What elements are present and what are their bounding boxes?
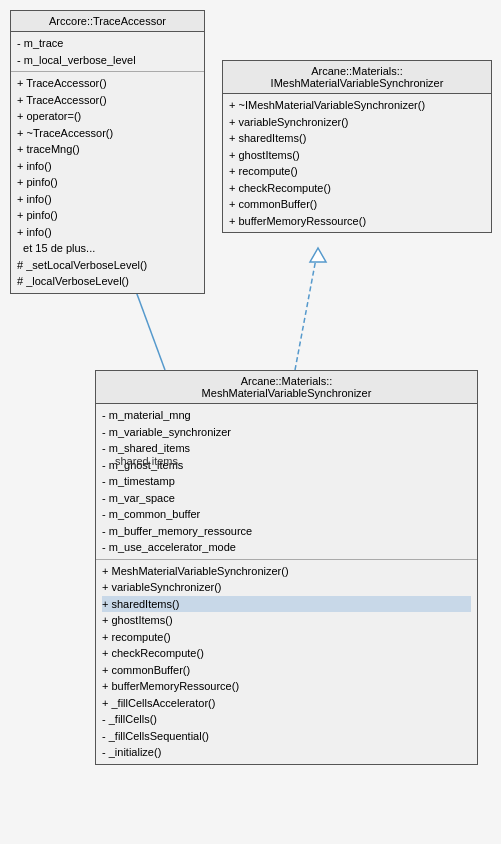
imesh-sync-header: Arcane::Materials::IMeshMaterialVariable… [223,61,491,94]
svg-line-2 [295,248,318,370]
mesh-field-common-buffer: m_common_buffer [102,506,471,523]
mesh-sync-title: Arcane::Materials::MeshMaterialVariableS… [202,375,372,399]
method-operator: operator=() [17,108,198,125]
svg-marker-3 [310,248,326,262]
trace-accessor-header: Arccore::TraceAccessor [11,11,204,32]
mesh-method-fill-cells: _fillCells() [102,711,471,728]
imesh-method-ghost-items: ghostItems() [229,147,485,164]
mesh-method-fill-accelerator: _fillCellsAccelerator() [102,695,471,712]
mesh-sync-box: Arcane::Materials::MeshMaterialVariableS… [95,370,478,765]
trace-accessor-box: Arccore::TraceAccessor m_trace m_local_v… [10,10,205,294]
imesh-method-shared-items: sharedItems() [229,130,485,147]
imesh-sync-methods: ~IMeshMaterialVariableSynchronizer() var… [223,94,491,232]
imesh-sync-box: Arcane::Materials::IMeshMaterialVariable… [222,60,492,233]
method-local-verbose: _localVerboseLevel() [17,273,198,290]
mesh-method-initialize: _initialize() [102,744,471,761]
imesh-method-dtor: ~IMeshMaterialVariableSynchronizer() [229,97,485,114]
imesh-method-buffer-memory: bufferMemoryRessource() [229,213,485,230]
mesh-method-ghost-items: ghostItems() [102,612,471,629]
shared-items-label: shared items [115,455,178,467]
mesh-method-buffer-memory: bufferMemoryRessource() [102,678,471,695]
mesh-field-timestamp: m_timestamp [102,473,471,490]
method-pinfo-1: pinfo() [17,174,198,191]
imesh-method-recompute: recompute() [229,163,485,180]
method-trace-accessor-1: TraceAccessor() [17,75,198,92]
mesh-field-material-mng: m_material_mng [102,407,471,424]
mesh-method-shared-items: sharedItems() [102,596,471,613]
method-info-1: info() [17,158,198,175]
method-trace-mng: traceMng() [17,141,198,158]
diagram-container: Arccore::TraceAccessor m_trace m_local_v… [0,0,501,844]
method-dtrace-accessor: ~TraceAccessor() [17,125,198,142]
imesh-sync-title: Arcane::Materials::IMeshMaterialVariable… [271,65,444,89]
trace-accessor-title: Arccore::TraceAccessor [49,15,166,27]
mesh-method-common-buffer: commonBuffer() [102,662,471,679]
mesh-method-recompute: recompute() [102,629,471,646]
field-m-local-verbose: m_local_verbose_level [17,52,198,69]
trace-accessor-fields: m_trace m_local_verbose_level [11,32,204,72]
method-pinfo-2: pinfo() [17,207,198,224]
field-m-trace: m_trace [17,35,198,52]
mesh-field-accelerator: m_use_accelerator_mode [102,539,471,556]
method-trace-accessor-2: TraceAccessor() [17,92,198,109]
mesh-sync-fields: m_material_mng m_variable_synchronizer m… [96,404,477,560]
imesh-method-check-recompute: checkRecompute() [229,180,485,197]
mesh-sync-header: Arcane::Materials::MeshMaterialVariableS… [96,371,477,404]
mesh-method-check-recompute: checkRecompute() [102,645,471,662]
mesh-method-fill-seq: _fillCellsSequential() [102,728,471,745]
mesh-method-ctor: MeshMaterialVariableSynchronizer() [102,563,471,580]
mesh-sync-methods: MeshMaterialVariableSynchronizer() varia… [96,560,477,764]
imesh-method-var-sync: variableSynchronizer() [229,114,485,131]
method-info-3: info() [17,224,198,241]
imesh-method-common-buffer: commonBuffer() [229,196,485,213]
trace-accessor-methods: TraceAccessor() TraceAccessor() operator… [11,72,204,293]
method-info-2: info() [17,191,198,208]
mesh-method-var-sync: variableSynchronizer() [102,579,471,596]
method-set-local-verbose: _setLocalVerboseLevel() [17,257,198,274]
mesh-field-var-sync: m_variable_synchronizer [102,424,471,441]
mesh-field-var-space: m_var_space [102,490,471,507]
method-more: et 15 de plus... [17,240,198,257]
mesh-field-buffer-memory: m_buffer_memory_ressource [102,523,471,540]
